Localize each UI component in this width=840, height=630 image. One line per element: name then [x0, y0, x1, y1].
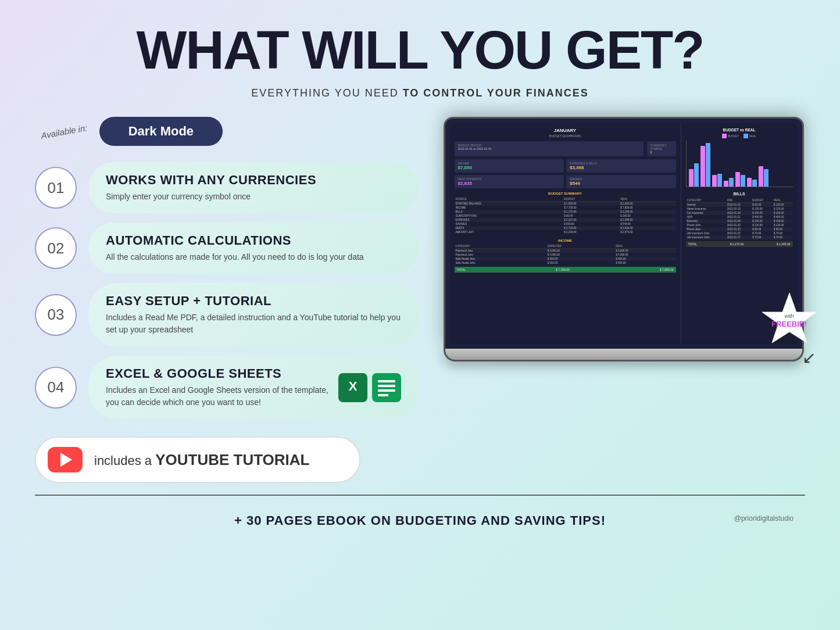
list-item: 04 EXCEL & GOOGLE SHEETS Includes an Exc…	[35, 356, 419, 419]
feature-number-03: 03	[35, 294, 77, 336]
feature-list: 01 WORKS WITH ANY CURRENCIES Simply ente…	[35, 162, 419, 419]
table-row: Car Insurance2022-01-18$ 100.00$ 100.00	[686, 211, 793, 215]
real-bar	[764, 169, 768, 187]
bar-group	[700, 143, 710, 187]
play-triangle-icon	[60, 453, 72, 467]
table-row: Electricity2022-01-09$ 150.00$ 150.00	[686, 219, 793, 223]
real-bar	[706, 143, 710, 187]
table-row: DEBTS$ 2,725.00$ 2,835.00	[455, 226, 676, 230]
laptop-base	[444, 349, 804, 361]
feature-title-03: EASY SETUP + TUTORIAL	[106, 293, 401, 309]
table-row: Internet2022-01-10$ 50.00$ 120.00	[686, 203, 793, 207]
table-row: AMOUNT LEFT$ 2,103.00$ 2,973.00	[455, 230, 676, 234]
svg-rect-8	[744, 134, 748, 138]
table-row: HOA2022-01-21$ 400.00$ 400.00	[686, 215, 793, 219]
total-row: TOTAL $ 7,700.00 $ 7,850.00	[455, 267, 676, 273]
table-row: Side Hustle John$ 200.00$ 400.00	[455, 261, 676, 265]
youtube-banner: includes a YOUTUBE TUTORIAL	[35, 436, 360, 483]
bills-table: CATEGORY DUE BUDGET REAL Internet2022-01…	[686, 198, 793, 239]
list-item: 02 AUTOMATIC CALCULATIONS All the calcul…	[35, 223, 419, 274]
bar-group	[689, 163, 699, 187]
available-section: Available in: Dark Mode	[41, 117, 419, 146]
feature-card-04: EXCEL & GOOGLE SHEETS Includes an Excel …	[88, 356, 419, 419]
savings-box: SAVINGS $544	[566, 175, 676, 188]
spreadsheet-title: JANUARY	[455, 128, 676, 133]
budget-bar	[689, 169, 694, 187]
svg-rect-4	[378, 385, 395, 387]
table-row: Paycheck Jess$ 3,000.00$ 3,000.00	[455, 249, 676, 253]
freebie-text: FREEBIE!	[771, 320, 807, 329]
budget-period-box: BUDGET PERIOD 2022-01-01 to 2022-01-31	[455, 141, 644, 156]
table-row: Life Insurance John2022-01-17$ 70.00$ 70…	[686, 235, 793, 239]
svg-rect-2	[372, 373, 401, 402]
bar-group	[724, 178, 734, 187]
feature-desc-01: Simply enter your currency symbol once	[106, 191, 401, 203]
feature-card-01: WORKS WITH ANY CURRENCIES Simply enter y…	[88, 162, 419, 213]
left-panel: Available in: Dark Mode 01 WORKS WITH AN…	[35, 117, 419, 483]
table-row: INCOME$ 7,700.00$ 7,850.00	[455, 206, 676, 210]
expenses-box: EXPENSES & BILLS $3,498	[566, 159, 676, 173]
list-item: 03 EASY SETUP + TUTORIAL Includes a Read…	[35, 283, 419, 346]
laptop-wrapper: JANUARY - BUDGET DASHBOARD - BUDGET PERI…	[444, 117, 804, 361]
content-row: Available in: Dark Mode 01 WORKS WITH AN…	[35, 117, 805, 483]
table-row: Phone John2022-01-20$ 120.00$ 120.00	[686, 223, 793, 227]
budget-legend-dot	[722, 134, 727, 138]
real-legend-dot	[744, 134, 748, 138]
stats-grid: INCOME $7,850 EXPENSES & BILLS $3,498 DE…	[455, 159, 676, 188]
table-row: Side Hustle Jess$ 500.00$ 450.00	[455, 257, 676, 261]
svg-rect-6	[378, 394, 388, 396]
feature-card-03: EASY SETUP + TUTORIAL Includes a Read Me…	[88, 283, 419, 346]
app-icons: X	[338, 373, 401, 402]
google-sheets-icon	[372, 373, 401, 402]
bar-group	[747, 178, 757, 187]
feature-number-02: 02	[35, 227, 77, 269]
feature-number-04: 04	[35, 367, 77, 409]
available-label: Available in:	[40, 123, 88, 141]
feature-desc-03: Includes a Read Me PDF, a detailed instr…	[106, 312, 401, 336]
feature-desc-02: All the calculations are made for you. A…	[106, 251, 401, 263]
real-bar	[694, 163, 699, 187]
real-bar	[729, 178, 734, 187]
freebie-with: with	[771, 313, 807, 320]
budget-bar	[724, 181, 728, 187]
income-table: CATEGORY EXPECTED REAL Paycheck Jess$ 3,…	[455, 244, 676, 265]
feature-desc-04: Includes an Excel and Google Sheets vers…	[106, 384, 330, 409]
feature-number-01: 01	[35, 167, 77, 209]
table-row: Phone Jess2022-01-25$ 90.00$ 90.00	[686, 227, 793, 231]
youtube-text: includes a YOUTUBE TUTORIAL	[94, 451, 309, 469]
sheet-left: JANUARY - BUDGET DASHBOARD - BUDGET PERI…	[450, 123, 681, 344]
table-row: Paycheck John$ 4,000.00$ 4,000.00	[455, 253, 676, 257]
bar-group	[712, 174, 722, 187]
page-wrapper: WHAT WILL YOU GET? EVERYTHING YOU NEED T…	[0, 0, 840, 630]
bills-total-row: TOTAL $ 1,175.00 $ 1,245.00	[686, 241, 793, 247]
table-row: EXPENSES$ 2,207.00$ 2,088.00	[455, 218, 676, 222]
laptop-screen: JANUARY - BUDGET DASHBOARD - BUDGET PERI…	[444, 117, 804, 349]
budget-bar	[700, 146, 705, 187]
bar-chart	[686, 141, 793, 187]
table-row: STARTING BALANCE$ 1,500.00$ 2,000.00	[455, 202, 676, 206]
subtitle: EVERYTHING YOU NEED TO CONTROL YOUR FINA…	[35, 87, 805, 99]
table-row: SUBSCRIPTIONS$ 90.00$ 165.00	[455, 214, 676, 218]
excel-icon: X	[338, 373, 367, 402]
budget-bar	[735, 172, 740, 187]
screen-inner: JANUARY - BUDGET DASHBOARD - BUDGET PERI…	[450, 123, 798, 344]
table-row: BILLS$ 1,175.00$ 1,245.00	[455, 210, 676, 214]
feature-title-04: EXCEL & GOOGLE SHEETS	[106, 366, 330, 381]
svg-text:X: X	[349, 379, 358, 393]
real-bar	[741, 175, 745, 187]
budget-bar	[712, 175, 717, 187]
feature-title-01: WORKS WITH ANY CURRENCIES	[106, 173, 401, 188]
bar-group	[759, 166, 768, 187]
divider	[35, 495, 805, 496]
bar-group	[735, 172, 745, 187]
handle: @prioridigitalstudio	[734, 514, 793, 522]
real-bar	[752, 180, 757, 187]
real-bar	[717, 174, 722, 187]
table-row: Life Insurance Jess2022-01-22$ 70.00$ 70…	[686, 231, 793, 235]
summary-table: SOURCE BUDGET REAL STARTING BALANCE$ 1,5…	[455, 197, 676, 234]
dark-mode-badge: Dark Mode	[99, 117, 223, 146]
svg-rect-5	[378, 389, 395, 392]
bottom-section: + 30 PAGES EBOOK ON BUDGETING AND SAVING…	[35, 495, 805, 528]
main-title: WHAT WILL YOU GET?	[35, 23, 805, 77]
list-item: 01 WORKS WITH ANY CURRENCIES Simply ente…	[35, 162, 419, 213]
